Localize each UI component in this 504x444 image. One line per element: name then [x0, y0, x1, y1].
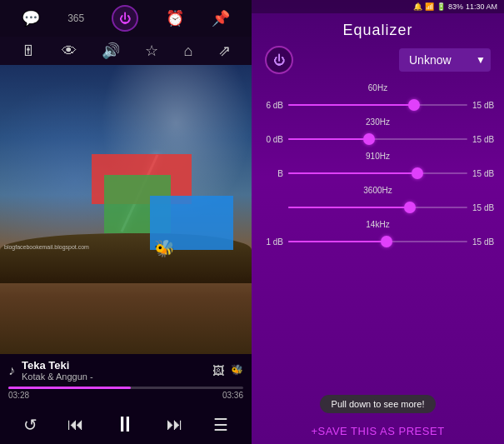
left-panel: 💬 365 ⏻ ⏰ 📌 🎚 👁 🔊 ☆ ⌂ ⇗ blogfacebookemai…: [0, 0, 252, 444]
status-icons: 🔔 📶 🔋 83% 11:30 AM: [413, 2, 497, 11]
band5-thumb[interactable]: [381, 236, 392, 247]
freq-label-230hz: 230Hz: [260, 117, 496, 127]
eq-band-1: 6 dB 15 dB: [260, 97, 496, 113]
band3-thumb[interactable]: [412, 167, 423, 179]
power-button-left[interactable]: ⏻: [112, 5, 138, 32]
pull-down-tooltip: Pull down to see more!: [320, 395, 437, 413]
band1-right-db: 15 dB: [472, 101, 496, 110]
freq-3600hz: 3600Hz: [363, 186, 392, 195]
progress-bar[interactable]: 03:28 03:36: [8, 387, 243, 400]
band4-thumb[interactable]: [404, 202, 416, 213]
band2-right-db: 15 dB: [472, 135, 496, 144]
band3-left-db: B: [260, 169, 283, 178]
album-art: blogfacebookemail.blogspot.com 🐝: [0, 65, 252, 354]
right-panel: 🔔 📶 🔋 83% 11:30 AM Equalizer ⏻ Unknow Fl…: [252, 0, 504, 444]
eq-header: ⏻ Unknow Flat Bass Boost Rock Pop ▼: [252, 46, 504, 82]
star-icon[interactable]: ☆: [145, 42, 158, 60]
song-info: ♪ Teka Teki Kotak & Anggun - 🖼 🐝: [8, 359, 243, 382]
band3-track: [288, 172, 467, 174]
time-current: 03:28: [8, 391, 29, 400]
info-icon[interactable]: 🐝: [231, 364, 243, 377]
battery-icon: 🔋: [437, 2, 446, 11]
band2-left-db: 0 dB: [260, 135, 283, 144]
playlist-button[interactable]: ☰: [213, 415, 228, 435]
second-toolbar: 🎚 👁 🔊 ☆ ⌂ ⇗: [0, 37, 252, 65]
band2-slider[interactable]: [288, 131, 467, 147]
pin-icon[interactable]: 📌: [212, 9, 230, 27]
eq-power-icon: ⏻: [273, 53, 285, 67]
band4-slider[interactable]: [288, 199, 467, 216]
freq-14khz: 14kHz: [366, 220, 389, 229]
eq-power-button[interactable]: ⏻: [265, 46, 293, 74]
pause-button[interactable]: ⏸: [114, 412, 136, 437]
top-toolbar: 💬 365 ⏻ ⏰ 📌: [0, 0, 252, 37]
tooltip-wrapper: Pull down to see more!: [252, 393, 504, 415]
band1-thumb[interactable]: [408, 99, 420, 111]
band5-fill: [288, 241, 387, 242]
loop-button[interactable]: ↺: [23, 415, 37, 435]
home-icon[interactable]: ⌂: [184, 42, 193, 60]
share-icon[interactable]: ⇗: [218, 42, 231, 60]
song-details: Teka Teki Kotak & Anggun -: [22, 359, 206, 382]
band3-right-db: 15 dB: [472, 169, 496, 178]
freq-label-3600hz: 3600Hz: [260, 185, 496, 196]
band1-fill: [288, 104, 414, 106]
freq-230hz: 230Hz: [366, 117, 390, 127]
image-icon[interactable]: 🖼: [212, 364, 224, 377]
prev-button[interactable]: ⏮: [67, 415, 84, 434]
eq-bands: 60Hz 6 dB 15 dB 230Hz 0 dB: [252, 82, 504, 390]
power-icon-left: ⏻: [119, 12, 131, 25]
save-preset-button[interactable]: +SAVE THIS AS PRESET: [252, 418, 504, 444]
extra-icons: 🖼 🐝: [212, 364, 243, 377]
watermark-bee-icon: 🐝: [154, 238, 175, 258]
365-icon[interactable]: 365: [67, 12, 84, 24]
progress-fill: [8, 387, 131, 389]
chat-icon[interactable]: 💬: [22, 9, 40, 27]
battery-percent: 83%: [448, 2, 463, 11]
song-title: Teka Teki: [22, 359, 206, 372]
band5-track: [288, 241, 467, 242]
band4-fill: [288, 207, 410, 208]
time-labels: 03:28 03:36: [8, 391, 243, 400]
equalizer-icon[interactable]: 🎚: [21, 42, 36, 60]
progress-track: [8, 387, 243, 389]
next-button[interactable]: ⏭: [167, 415, 183, 434]
equalizer-title: Equalizer: [252, 13, 504, 46]
preset-dropdown[interactable]: Unknow Flat Bass Boost Rock Pop: [399, 48, 491, 72]
music-note-icon: ♪: [8, 363, 15, 378]
band2-fill: [288, 138, 369, 140]
freq-910hz: 910Hz: [366, 152, 390, 161]
playback-controls: ↺ ⏮ ⏸ ⏭ ☰: [0, 407, 252, 444]
eq-band-4: 15 dB: [260, 199, 496, 216]
eye-icon[interactable]: 👁: [62, 42, 77, 60]
band2-thumb[interactable]: [363, 133, 375, 145]
band3-fill: [288, 172, 417, 174]
freq-label-910hz: 910Hz: [260, 151, 496, 162]
eq-band-3: B 15 dB: [260, 165, 496, 182]
watermark-text: blogfacebookemail.blogspot.com: [4, 244, 89, 250]
sim-icon: 📶: [425, 2, 434, 11]
notification-icon: 🔔: [413, 2, 422, 11]
band1-slider[interactable]: [288, 97, 467, 113]
eq-band-2: 0 dB 15 dB: [260, 131, 496, 147]
status-bar: 🔔 📶 🔋 83% 11:30 AM: [252, 0, 504, 13]
preset-selector-wrapper: Unknow Flat Bass Boost Rock Pop ▼: [399, 48, 491, 72]
band4-track: [288, 207, 467, 208]
song-info-bar: ♪ Teka Teki Kotak & Anggun - 🖼 🐝 03:28 0…: [0, 354, 252, 407]
freq-label-14khz: 14kHz: [260, 219, 496, 230]
band1-track: [288, 104, 467, 106]
band4-right-db: 15 dB: [472, 203, 496, 212]
band3-slider[interactable]: [288, 165, 467, 182]
volume-icon[interactable]: 🔊: [102, 42, 120, 60]
band5-right-db: 15 dB: [472, 237, 496, 247]
clock: 11:30 AM: [466, 2, 497, 11]
song-artist: Kotak & Anggun -: [22, 372, 206, 382]
band1-left-db: 6 dB: [260, 101, 283, 110]
alarm-icon[interactable]: ⏰: [166, 9, 184, 27]
band5-slider[interactable]: [288, 233, 467, 250]
band2-track: [288, 138, 467, 140]
band5-left-db: 1 dB: [260, 237, 283, 247]
time-total: 03:36: [222, 391, 243, 400]
eq-band-5: 1 dB 15 dB: [260, 233, 496, 250]
freq-60hz: 60Hz: [368, 83, 387, 92]
